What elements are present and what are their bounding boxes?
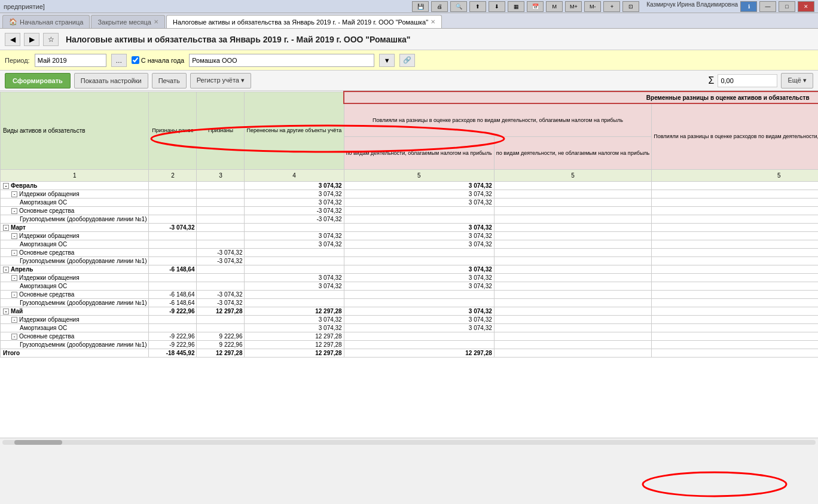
- grid-icon[interactable]: ▦: [508, 1, 524, 12]
- row-data-cell: [149, 248, 197, 256]
- info-icon[interactable]: ℹ: [740, 1, 757, 12]
- row-data-cell: -9 222,96: [149, 332, 197, 340]
- row-data-cell: 3 074,32: [344, 190, 494, 198]
- search-icon[interactable]: 🔍: [450, 1, 467, 12]
- tab-tax-assets-label: Налоговые активы и обязательства за Янва…: [173, 19, 428, 26]
- tree-expand-icon[interactable]: -: [11, 233, 17, 239]
- forward-button[interactable]: ▶: [24, 33, 39, 46]
- plus-icon[interactable]: +: [603, 1, 620, 12]
- row-data-cell: [197, 190, 245, 198]
- row-data-cell: -3 074,32: [197, 290, 245, 298]
- row-data-cell: 3 074,32: [245, 282, 344, 290]
- tree-expand-icon[interactable]: -: [3, 183, 9, 189]
- tree-expand-icon[interactable]: -: [11, 317, 17, 323]
- m-btn[interactable]: M: [546, 1, 563, 12]
- row-data-cell: -6 148,64: [149, 298, 197, 307]
- row-name-cell: Амортизация ОС: [1, 198, 149, 206]
- tree-expand-icon[interactable]: -: [3, 225, 9, 231]
- download-icon[interactable]: ⬇: [489, 1, 505, 12]
- back-button[interactable]: ◀: [5, 33, 20, 46]
- start-year-label: С начала года: [141, 57, 185, 64]
- row-data-cell: 3 074,32: [344, 323, 494, 332]
- tab-close-month-close[interactable]: ✕: [154, 19, 158, 25]
- row-name-cell: -Февраль: [1, 181, 149, 190]
- minimize-btn[interactable]: —: [759, 1, 776, 12]
- tab-bar: 🏠 Начальная страница Закрытие месяца ✕ Н…: [0, 13, 818, 29]
- tab-home[interactable]: 🏠 Начальная страница: [2, 15, 90, 28]
- close-btn[interactable]: ✕: [798, 1, 814, 12]
- tree-expand-icon[interactable]: -: [3, 308, 9, 314]
- row-data-cell: [494, 273, 652, 282]
- row-data-cell: [652, 290, 818, 298]
- print-icon[interactable]: 🖨: [431, 1, 448, 12]
- row-data-cell: 12 297,28: [197, 349, 245, 357]
- table-row: Амортизация ОС3 074,323 074,323 074,32: [1, 240, 819, 248]
- tab-close-month-label: Закрытие месяца: [97, 19, 151, 26]
- row-name-cell: -Май: [1, 307, 149, 315]
- row-name-cell: -Март: [1, 223, 149, 231]
- tree-expand-icon[interactable]: -: [11, 191, 17, 197]
- tree-expand-icon[interactable]: -: [11, 292, 17, 298]
- row-data-cell: [494, 307, 652, 315]
- period-input[interactable]: [35, 54, 106, 67]
- upload-icon[interactable]: ⬆: [469, 1, 486, 12]
- table-row: -Издержки обращения3 074,323 074,323 074…: [1, 315, 819, 323]
- scrollbar-thumb[interactable]: [14, 440, 62, 445]
- mminus-btn[interactable]: M-: [584, 1, 601, 12]
- row-data-cell: 3 074,32: [652, 323, 818, 332]
- bookmark-icon[interactable]: ☆: [43, 33, 59, 46]
- period-label: Период:: [5, 57, 30, 64]
- tree-expand-icon[interactable]: -: [11, 334, 17, 340]
- row-data-cell: 3 074,32: [344, 282, 494, 290]
- row-data-cell: -3 074,32: [197, 256, 245, 265]
- row-data-cell: [494, 332, 652, 340]
- tab-tax-assets-close[interactable]: ✕: [431, 19, 435, 25]
- register-button[interactable]: Регистр учёта ▾: [190, 73, 251, 88]
- row-data-cell: [494, 223, 652, 231]
- more-button[interactable]: Ещё ▾: [781, 73, 813, 88]
- row-data-cell: [652, 298, 818, 307]
- tree-expand-icon[interactable]: -: [3, 267, 9, 273]
- org-input[interactable]: [189, 54, 374, 67]
- table-row: -Основные средства-3 074,32-6 148,64614,…: [1, 248, 819, 256]
- th-col4: Перенесены на другие объекты учёта: [245, 91, 344, 169]
- row-data-cell: [149, 231, 197, 240]
- row-data-cell: [344, 298, 494, 307]
- settings-button[interactable]: Показать настройки: [74, 73, 148, 88]
- table-wrapper[interactable]: Виды активов и обязательств Признаны ран…: [0, 91, 818, 438]
- start-year-checkbox[interactable]: [132, 56, 139, 64]
- row-data-cell: [344, 340, 494, 349]
- row-data-cell: 3 074,32: [245, 323, 344, 332]
- th-num2: 2: [149, 169, 197, 181]
- row-data-cell: [197, 198, 245, 206]
- tree-expand-icon[interactable]: -: [11, 275, 17, 281]
- row-data-cell: [149, 190, 197, 198]
- tab-tax-assets[interactable]: Налоговые активы и обязательства за Янва…: [166, 15, 442, 28]
- row-name-cell: -Издержки обращения: [1, 273, 149, 282]
- tree-expand-icon[interactable]: -: [11, 208, 17, 214]
- org-link-btn[interactable]: 🔗: [399, 54, 415, 67]
- print-button[interactable]: Печать: [152, 73, 187, 88]
- tab-close-month[interactable]: Закрытие месяца ✕: [91, 15, 165, 28]
- calendar-icon[interactable]: 📅: [527, 1, 544, 12]
- row-data-cell: 3 074,32: [344, 231, 494, 240]
- row-data-cell: [652, 215, 818, 223]
- row-name-cell: Амортизация ОС: [1, 282, 149, 290]
- mplus-btn[interactable]: M+: [565, 1, 582, 12]
- form-button[interactable]: Сформировать: [5, 73, 71, 88]
- row-data-cell: [149, 198, 197, 206]
- scrollbar-area[interactable]: [0, 438, 818, 446]
- row-data-cell: [494, 198, 652, 206]
- row-data-cell: 9 222,96: [197, 340, 245, 349]
- row-data-cell: [245, 223, 344, 231]
- row-name-cell: Грузоподъемник (дооборудование линии №1): [1, 256, 149, 265]
- row-data-cell: [494, 265, 652, 273]
- restore-btn[interactable]: □: [779, 1, 795, 12]
- period-picker-btn[interactable]: …: [111, 54, 127, 67]
- save-icon[interactable]: 💾: [412, 1, 429, 12]
- row-data-cell: [494, 181, 652, 190]
- row-data-cell: [245, 265, 344, 273]
- org-dropdown-btn[interactable]: ▼: [379, 54, 395, 67]
- expand-icon[interactable]: ⊡: [622, 1, 639, 12]
- tree-expand-icon[interactable]: -: [11, 250, 17, 256]
